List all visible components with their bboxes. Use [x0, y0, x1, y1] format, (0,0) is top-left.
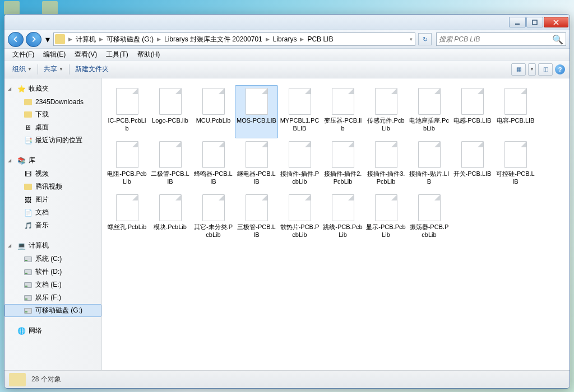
sidebar-group-favorites[interactable]: ⭐收藏夹 [4, 82, 101, 96]
search-input[interactable] [439, 35, 552, 43]
breadcrumb-item[interactable]: Librarys 封装库主文件 20200701 [162, 33, 265, 45]
file-icon [375, 194, 397, 221]
file-list[interactable]: IC-PCB.PcbLibLogo-PCB.libMCU.PcbLibMOS-P… [102, 78, 570, 370]
folder-icon [24, 183, 33, 192]
file-item[interactable]: 电阻-PCB.PcbLib [105, 138, 149, 192]
file-item[interactable]: 电池座插座.PcbLib [408, 85, 451, 138]
minimize-button[interactable] [509, 17, 526, 27]
sidebar-item-drive-e[interactable]: 文档 (E:) [4, 278, 101, 291]
sidebar-item-drive-d[interactable]: 软件 (D:) [4, 265, 101, 278]
breadcrumb-sep[interactable]: ▶ [156, 36, 162, 42]
breadcrumb-item[interactable]: 可移动磁盘 (G:) [104, 33, 156, 45]
file-item[interactable]: 开关-PCB.LIB [451, 138, 494, 192]
file-item[interactable]: MCU.PcbLib [192, 85, 235, 138]
file-icon [159, 141, 182, 168]
preview-pane-button[interactable]: ◫ [538, 63, 553, 76]
address-bar[interactable]: ▶ 计算机 ▶ 可移动磁盘 (G:) ▶ Librarys 封装库主文件 202… [53, 32, 415, 46]
file-item[interactable]: 散热片-PCB.PcbLib [278, 192, 321, 245]
file-item[interactable]: 振荡器-PCB.PcbLib [408, 192, 451, 245]
sidebar-item-drive-c[interactable]: 系统 (C:) [4, 253, 101, 265]
sidebar-item-recent[interactable]: 📑最近访问的位置 [4, 134, 101, 147]
file-item[interactable]: 跳线-PCB.PcbLib [321, 192, 364, 245]
file-icon [202, 194, 225, 221]
menu-file[interactable]: 文件(F) [8, 49, 39, 60]
file-item[interactable]: Logo-PCB.lib [149, 85, 192, 138]
desktop-shortcut[interactable] [4, 1, 20, 15]
newfolder-button[interactable]: 新建文件夹 [72, 63, 112, 76]
file-icon [375, 141, 397, 168]
sidebar-item-tencent[interactable]: 腾讯视频 [4, 180, 101, 193]
file-item[interactable]: 可控硅-PCB.LIB [494, 138, 537, 192]
file-icon [159, 194, 182, 221]
sidebar-item-2345downloads[interactable]: 2345Downloads [4, 96, 101, 108]
sidebar-item-downloads[interactable]: 下载 [4, 108, 101, 121]
breadcrumb-item[interactable]: 计算机 [73, 33, 98, 45]
history-dropdown[interactable]: ▾ [44, 32, 51, 47]
file-label: 接插件-贴片.LIB [409, 170, 449, 186]
sidebar-group-network[interactable]: 🌐网络 [4, 324, 101, 338]
organize-button[interactable]: 组织▼ [9, 63, 35, 76]
file-item[interactable]: 蜂鸣器-PCB.LIB [192, 138, 235, 192]
file-item[interactable]: 接插件-贴片.LIB [408, 138, 451, 192]
maximize-button[interactable] [526, 17, 543, 27]
file-item[interactable]: 二极管-PCB.LIB [149, 138, 192, 192]
file-icon [246, 141, 268, 168]
file-item[interactable]: 电容-PCB.LIB [494, 85, 537, 138]
forward-button[interactable] [26, 32, 41, 47]
menu-view[interactable]: 查看(V) [70, 49, 101, 60]
menu-tools[interactable]: 工具(T) [101, 49, 132, 60]
sidebar-group-computer[interactable]: 💻计算机 [4, 239, 101, 253]
close-button[interactable] [544, 17, 568, 27]
breadcrumb-item[interactable]: Librarys [271, 33, 299, 45]
share-button[interactable]: 共享▼ [40, 63, 67, 76]
breadcrumb-sep[interactable]: ▶ [299, 36, 305, 42]
breadcrumb-item[interactable]: PCB LIB [305, 33, 335, 45]
file-item[interactable]: 继电器-PCB.LIB [235, 138, 278, 192]
drive-icon [24, 293, 33, 302]
sidebar-item-drive-g[interactable]: 可移动磁盘 (G:) [4, 304, 101, 317]
breadcrumb-sep[interactable]: ▶ [98, 36, 104, 42]
sidebar-item-documents[interactable]: 📄文档 [4, 206, 101, 219]
file-item[interactable]: 螺丝孔.PcbLib [105, 192, 149, 245]
sidebar-group-libraries[interactable]: 📚库 [4, 153, 101, 167]
refresh-button[interactable]: ↻ [418, 33, 432, 45]
sidebar-item-music[interactable]: 🎵音乐 [4, 219, 101, 232]
sidebar-item-drive-f[interactable]: 娱乐 (F:) [4, 291, 101, 304]
file-item[interactable]: 接插件-插件.PcbLib [278, 138, 321, 192]
menu-help[interactable]: 帮助(H) [133, 49, 165, 60]
menu-edit[interactable]: 编辑(E) [39, 49, 70, 60]
sidebar-item-desktop[interactable]: 🖥桌面 [4, 121, 101, 134]
file-item[interactable]: IC-PCB.PcbLib [105, 85, 149, 138]
file-label: MCU.PcbLib [196, 117, 231, 125]
file-item[interactable]: 三极管-PCB.LIB [235, 192, 278, 245]
file-item[interactable]: 传感元件.PcbLib [364, 85, 408, 138]
sidebar: ⭐收藏夹 2345Downloads 下载 🖥桌面 📑最近访问的位置 📚库 🎞视… [4, 78, 102, 370]
folder-icon [24, 97, 33, 106]
address-dropdown[interactable]: ▾ [409, 36, 414, 42]
file-item[interactable]: MOS-PCB.LIB [235, 85, 278, 138]
file-item[interactable]: 接插件-插件3.PcbLib [364, 138, 408, 192]
file-label: 传感元件.PcbLib [366, 117, 406, 133]
sidebar-item-videos[interactable]: 🎞视频 [4, 167, 101, 180]
search-icon[interactable]: 🔍 [552, 34, 563, 45]
search-box[interactable]: 🔍 [436, 32, 566, 46]
back-button[interactable] [8, 32, 24, 47]
file-icon [504, 141, 527, 168]
file-label: 接插件-插件.PcbLib [280, 170, 320, 186]
file-item[interactable]: 模块.PcbLib [149, 192, 192, 245]
file-item[interactable]: 电感-PCB.LIB [451, 85, 494, 138]
breadcrumb-sep[interactable]: ▶ [67, 36, 73, 42]
sidebar-item-pictures[interactable]: 🖼图片 [4, 193, 101, 206]
desktop-icon: 🖥 [24, 123, 33, 132]
file-item[interactable]: 显示-PCB.PcbLib [364, 192, 408, 245]
file-item[interactable]: 变压器-PCB.lib [321, 85, 364, 138]
view-mode-button[interactable]: ▦ [511, 63, 526, 76]
file-item[interactable]: 其它-未分类.PcbLib [192, 192, 235, 245]
desktop-shortcut[interactable] [42, 1, 58, 15]
view-mode-dropdown[interactable]: ▼ [528, 63, 536, 76]
help-button[interactable]: ? [555, 64, 565, 74]
file-item[interactable]: MYPCBL1.PCBLIB [278, 85, 321, 138]
file-icon [418, 88, 441, 115]
file-item[interactable]: 接插件-插件2.PcbLib [321, 138, 364, 192]
breadcrumb-sep[interactable]: ▶ [265, 36, 271, 42]
